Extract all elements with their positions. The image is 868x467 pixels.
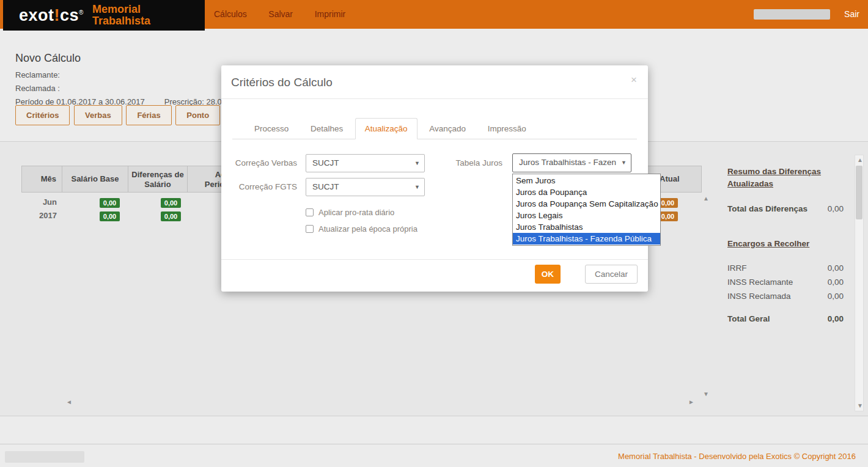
page-vertical-scrollbar[interactable]: ▲ ▼	[855, 155, 864, 411]
irrf-row: IRRF 0,00	[727, 263, 844, 273]
modal-tab-atualizacao[interactable]: Atualização	[355, 118, 417, 139]
page-header: Novo Cálculo Reclamante: Reclamada : Per…	[15, 52, 226, 111]
summary-sidebar: Resumo das Diferenças Atualizadas Total …	[727, 166, 844, 323]
search-input[interactable]	[754, 9, 830, 20]
dropdown-option-juros-poupanca[interactable]: Juros da Poupança	[513, 186, 660, 198]
tab-verbas[interactable]: Verbas	[74, 105, 122, 125]
scroll-left-icon[interactable]: ◄	[66, 399, 72, 406]
footer-copyright: Memorial Trabalhista - Desenvolvido pela…	[618, 452, 856, 461]
footer-chip	[5, 451, 84, 463]
correcao-fgts-select[interactable]: SUCJT ▼	[306, 178, 425, 196]
row-year: 2017	[21, 211, 62, 220]
cell-salario-base-2: 0,00	[100, 211, 120, 221]
modal-tab-impressao[interactable]: Impressão	[478, 118, 536, 139]
total-diferencas-value: 0,00	[828, 204, 844, 213]
cell-diferencas-1: 0,00	[161, 198, 181, 208]
correcao-verbas-label: Correção Verbas	[230, 158, 297, 167]
total-geral-row: Total Geral 0,00	[727, 314, 844, 323]
nav-calculos[interactable]: Cálculos	[214, 0, 247, 29]
page-footer: Memorial Trabalhista - Desenvolvido pela…	[0, 444, 868, 467]
nav-salvar[interactable]: Salvar	[268, 0, 293, 29]
modal-title: Critérios do Cálculo	[231, 76, 333, 89]
caret-down-icon: ▼	[621, 154, 627, 171]
modal-tab-processo[interactable]: Processo	[245, 118, 298, 139]
pro-rata-checkbox[interactable]	[306, 208, 314, 216]
dropdown-option-juros-legais[interactable]: Juros Legais	[513, 210, 660, 221]
total-geral-label: Total Geral	[727, 314, 770, 323]
dropdown-option-juros-trabalhistas[interactable]: Juros Trabalhistas	[513, 221, 660, 233]
epoca-propria-checkbox[interactable]	[306, 225, 314, 233]
pro-rata-label: Aplicar pro-rata diário	[318, 208, 394, 217]
cell-salario-base-1: 0,00	[100, 198, 120, 208]
correcao-fgts-label: Correção FGTS	[230, 182, 297, 191]
app-logo[interactable]: exot!cs® Memorial Trabalhista	[3, 0, 205, 31]
cell-diferencas-2: 0,00	[161, 211, 181, 221]
col-header-diferencas: Diferenças deSalário	[128, 166, 188, 193]
registered-mark: ®	[79, 9, 84, 16]
inss-reclamante-row: INSS Reclamante 0,00	[727, 278, 844, 287]
page-title: Novo Cálculo	[15, 52, 226, 65]
modal-tabs: Processo Detalhes Atualização Avançado I…	[232, 118, 637, 139]
inss-reclamada-row: INSS Reclamada 0,00	[727, 292, 844, 301]
page-scroll-up-icon[interactable]: ▲	[857, 156, 863, 164]
total-geral-value: 0,00	[828, 314, 844, 323]
page-scrollbar-thumb[interactable]	[856, 166, 862, 219]
col-header-salario-base: Salário Base	[62, 166, 128, 193]
dropdown-option-juros-poupanca-sem-cap[interactable]: Juros da Poupança Sem Capitalização	[513, 198, 660, 210]
dropdown-option-juros-trabalhistas-fazenda[interactable]: Juros Trabalhistas - Fazenda Pública	[513, 233, 660, 245]
modal-footer-divider	[221, 259, 648, 260]
page-scroll-down-icon[interactable]: ▼	[857, 402, 863, 410]
dropdown-option-sem-juros[interactable]: Sem Juros	[513, 175, 660, 186]
irrf-label: IRRF	[727, 263, 747, 273]
cancel-button[interactable]: Cancelar	[585, 265, 638, 284]
table-vertical-scrollbar[interactable]: ▲ ▼	[702, 195, 710, 398]
pro-rata-checkbox-row: Aplicar pro-rata diário	[306, 208, 394, 217]
reclamada-line: Reclamada :	[15, 84, 226, 93]
inss-reclamada-value: 0,00	[828, 292, 844, 301]
tab-ferias[interactable]: Férias	[126, 105, 171, 125]
col-header-mes: Mês	[21, 166, 62, 193]
logout-link[interactable]: Sair	[844, 0, 859, 29]
row-month: Jun	[21, 197, 62, 207]
table-horizontal-scrollbar[interactable]: ◄ ►	[66, 397, 702, 406]
reclamante-line: Reclamante:	[15, 70, 226, 79]
nav-imprimir[interactable]: Imprimir	[315, 0, 346, 29]
tabela-juros-dropdown-list: Sem Juros Juros da Poupança Juros da Pou…	[512, 174, 661, 246]
resumo-title: Resumo das Diferenças Atualizadas	[727, 166, 825, 191]
tab-criterios[interactable]: Critérios	[15, 105, 70, 125]
inss-reclamante-value: 0,00	[828, 278, 844, 287]
section-tabs: Critérios Verbas Férias Ponto	[15, 105, 222, 125]
modal-title-divider	[221, 98, 648, 99]
caret-down-icon: ▼	[414, 178, 420, 196]
modal-tab-avancado[interactable]: Avançado	[419, 118, 476, 139]
tabela-juros-select[interactable]: Juros Trabalhistas - Fazen ▼	[512, 153, 631, 172]
encargos-title: Encargos a Recolher	[727, 238, 825, 250]
scroll-right-icon[interactable]: ►	[688, 399, 694, 406]
irrf-value: 0,00	[828, 263, 844, 273]
tabela-juros-label: Tabela Juros	[450, 158, 502, 167]
scroll-down-icon[interactable]: ▼	[703, 391, 709, 398]
inss-reclamante-label: INSS Reclamante	[727, 278, 793, 287]
close-icon[interactable]: ×	[631, 74, 637, 86]
correcao-verbas-select[interactable]: SUCJT ▼	[306, 154, 425, 172]
inss-reclamada-label: INSS Reclamada	[727, 292, 791, 301]
modal-tab-detalhes[interactable]: Detalhes	[301, 118, 353, 139]
epoca-propria-checkbox-row: Atualizar pela época própria	[306, 224, 417, 234]
caret-down-icon: ▼	[414, 155, 420, 172]
epoca-propria-label: Atualizar pela época própria	[318, 224, 417, 234]
total-diferencas-label: Total das Diferenças	[727, 204, 807, 213]
logo-product-name: Memorial Trabalhista	[92, 4, 150, 28]
tab-ponto[interactable]: Ponto	[175, 105, 220, 125]
scroll-up-icon[interactable]: ▲	[703, 195, 709, 202]
logo-brand: exot!cs®	[19, 6, 84, 25]
top-nav: Cálculos Salvar Imprimir	[214, 0, 365, 29]
ok-button[interactable]: OK	[535, 265, 561, 284]
total-diferencas-row: Total das Diferenças 0,00	[727, 204, 844, 213]
